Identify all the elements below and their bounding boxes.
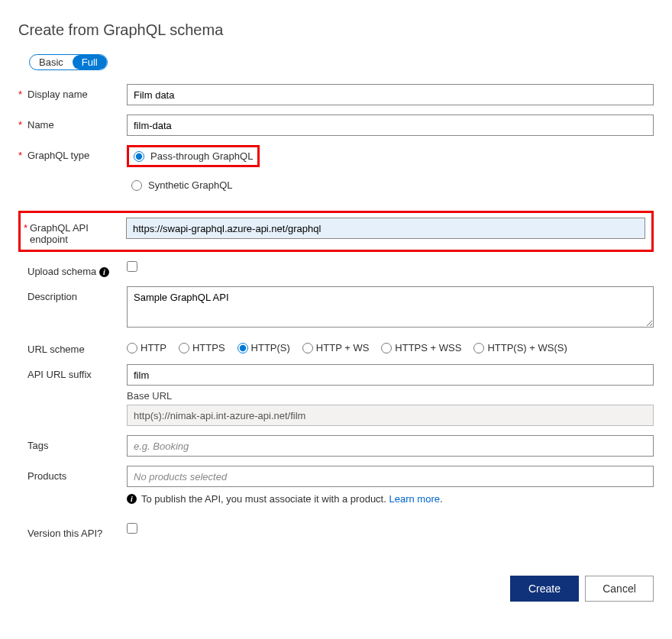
label-display-name: Display name <box>27 84 127 100</box>
version-checkbox[interactable] <box>127 523 137 534</box>
row-name: * Name <box>18 115 654 136</box>
display-name-input[interactable] <box>127 84 654 105</box>
label-graphql-type: GraphQL type <box>27 145 127 161</box>
radio-pass-through-label: Pass-through GraphQL <box>150 150 253 162</box>
url-scheme-option[interactable]: HTTP <box>127 342 166 353</box>
url-scheme-option[interactable]: HTTPS <box>179 342 225 353</box>
toggle-full[interactable]: Full <box>73 55 107 69</box>
row-url-scheme: URL scheme HTTP HTTPS HTTP(S) HTTP + WS … <box>18 339 654 355</box>
label-endpoint: GraphQL API endpoint <box>30 218 126 245</box>
create-button[interactable]: Create <box>510 576 579 602</box>
label-base-url: Base URL <box>127 390 654 402</box>
cancel-button[interactable]: Cancel <box>585 576 654 602</box>
label-description: Description <box>27 286 127 302</box>
endpoint-input[interactable] <box>126 218 645 239</box>
highlight-endpoint: * GraphQL API endpoint <box>18 211 654 252</box>
base-url-display <box>127 405 654 426</box>
label-name: Name <box>27 115 127 131</box>
row-tags: Tags e.g. Booking <box>18 435 654 457</box>
row-products: Products No products selected i To publi… <box>18 466 654 505</box>
row-base-url: Base URL <box>18 390 654 426</box>
toggle-basic[interactable]: Basic <box>30 55 73 69</box>
required-marker: * <box>18 84 27 100</box>
info-icon: i <box>127 494 137 504</box>
description-input[interactable]: Sample GraphQL API <box>127 286 654 328</box>
hint-text: To publish the API, you must associate i… <box>141 493 386 505</box>
label-products: Products <box>27 466 127 482</box>
row-graphql-type-synthetic: Synthetic GraphQL <box>18 176 654 194</box>
highlight-pass-through: Pass-through GraphQL <box>127 145 260 167</box>
label-version: Version this API? <box>27 523 127 539</box>
url-scheme-group: HTTP HTTPS HTTP(S) HTTP + WS HTTPS + WSS… <box>127 339 654 353</box>
url-scheme-option[interactable]: HTTPS + WSS <box>381 342 461 353</box>
label-tags: Tags <box>27 435 127 451</box>
radio-http[interactable] <box>127 343 137 353</box>
required-marker: * <box>21 218 30 234</box>
page-title: Create from GraphQL schema <box>18 21 654 39</box>
tags-input[interactable]: e.g. Booking <box>127 435 654 457</box>
radio-https[interactable] <box>179 343 189 353</box>
upload-schema-checkbox[interactable] <box>127 261 137 272</box>
row-graphql-type: * GraphQL type Pass-through GraphQL <box>18 145 654 167</box>
learn-more-link[interactable]: Learn more <box>389 493 439 505</box>
radio-synthetic-label: Synthetic GraphQL <box>148 179 233 191</box>
radio-pass-through[interactable] <box>134 151 144 162</box>
api-url-suffix-input[interactable] <box>127 364 654 386</box>
radio-http-s[interactable] <box>237 343 248 353</box>
row-upload-schema: Upload schema i <box>18 261 654 277</box>
products-input[interactable]: No products selected <box>127 466 654 487</box>
url-scheme-option[interactable]: HTTP(S) <box>237 342 290 353</box>
label-api-url-suffix: API URL suffix <box>27 364 127 380</box>
url-scheme-option[interactable]: HTTP(S) + WS(S) <box>473 342 567 353</box>
radio-http-ws[interactable] <box>302 343 313 353</box>
row-display-name: * Display name <box>18 84 654 105</box>
info-icon[interactable]: i <box>99 267 109 277</box>
url-scheme-option[interactable]: HTTP + WS <box>302 342 369 353</box>
footer-actions: Create Cancel <box>18 576 654 602</box>
row-version: Version this API? <box>18 523 654 539</box>
radio-http-s-ws-s[interactable] <box>473 343 484 353</box>
required-marker: * <box>18 145 27 161</box>
products-hint: i To publish the API, you must associate… <box>127 493 654 505</box>
row-api-url-suffix: API URL suffix <box>18 364 654 386</box>
required-marker: * <box>18 115 27 131</box>
name-input[interactable] <box>127 115 654 136</box>
radio-https-wss[interactable] <box>381 343 392 353</box>
label-upload-schema: Upload schema i <box>27 261 127 277</box>
basic-full-toggle[interactable]: Basic Full <box>29 54 108 70</box>
row-description: Description Sample GraphQL API <box>18 286 654 330</box>
radio-synthetic[interactable] <box>131 180 142 191</box>
label-url-scheme: URL scheme <box>27 339 127 355</box>
